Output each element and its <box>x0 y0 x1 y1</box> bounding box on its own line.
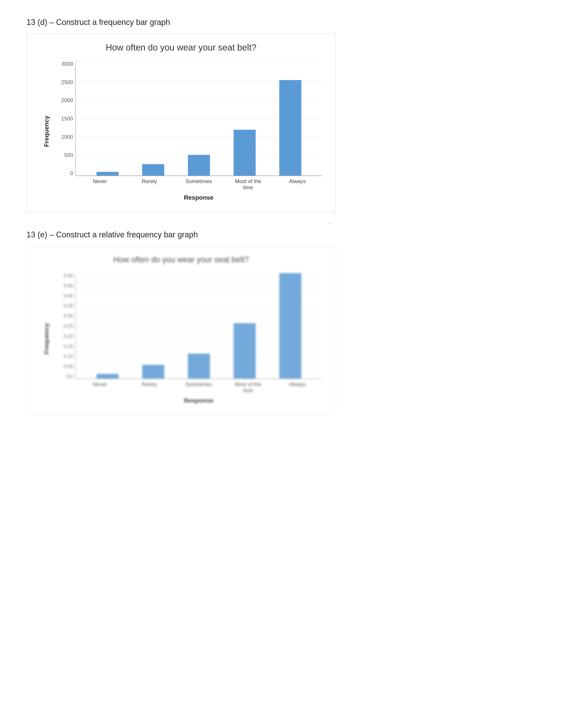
bar-d-sometimes <box>188 155 210 176</box>
y-tick-e-0.0: 0.0 <box>66 374 73 379</box>
dot-d: . <box>329 218 331 225</box>
x-label-e-sometimes: Sometimes <box>185 381 212 394</box>
y-tick-e-0.05: 0.05 <box>64 364 73 369</box>
bar-wrap-d-most-of-the-time <box>233 61 256 176</box>
y-tick-e-0.25: 0.25 <box>64 324 73 328</box>
y-tick-e-0.35: 0.35 <box>64 303 73 308</box>
y-tick-d-2000: 2000 <box>61 98 73 103</box>
chart-e-body: 0.00.050.100.150.200.250.300.350.400.450… <box>58 273 322 404</box>
y-tick-e-0.45: 0.45 <box>64 283 73 288</box>
bars-area-d <box>75 61 322 176</box>
bars-and-yaxis-e: 0.00.050.100.150.200.250.300.350.400.450… <box>58 273 322 379</box>
x-label-d-rarely: Rarely <box>136 178 162 191</box>
bar-e-rarely <box>142 365 164 379</box>
y-tick-d-1500: 1500 <box>61 116 73 121</box>
x-label-d-most-of-the-time: Most of the time <box>235 178 261 191</box>
bars-group-d <box>76 61 322 176</box>
bar-wrap-e-most-of-the-time <box>233 273 256 379</box>
section-d: 13 (d) – Construct a frequency bar graph… <box>26 18 537 212</box>
bar-wrap-d-sometimes <box>188 61 210 176</box>
bar-d-most-of-the-time <box>233 130 256 176</box>
y-tick-e-0.20: 0.20 <box>64 334 73 339</box>
section-d-title: 13 (d) – Construct a frequency bar graph <box>26 18 537 27</box>
bar-e-most-of-the-time <box>233 323 256 379</box>
x-label-e-most-of-the-time: Most of the time <box>235 381 261 394</box>
y-ticks-d: 050010001500200025003000 <box>58 61 75 176</box>
bar-wrap-e-rarely <box>142 273 164 379</box>
chart-d-area: Frequency 050010001500200025003000 <box>40 61 322 201</box>
bar-wrap-d-always <box>279 61 302 176</box>
bar-d-always <box>279 80 302 176</box>
bar-wrap-e-always <box>279 273 302 379</box>
chart-e-title: How often do you wear your seat belt? <box>40 255 322 264</box>
bars-and-yaxis-d: 050010001500200025003000 <box>58 61 322 176</box>
y-tick-e-0.40: 0.40 <box>64 293 73 298</box>
bar-d-rarely <box>142 164 164 176</box>
x-axis-label-d: Response <box>58 194 322 201</box>
x-label-d-never: Never <box>87 178 113 191</box>
bar-d-never <box>96 172 118 176</box>
x-label-d-always: Always <box>284 178 311 191</box>
x-label-e-never: Never <box>87 381 113 394</box>
y-tick-d-3000: 3000 <box>61 61 73 67</box>
chart-d-container: How often do you wear your seat belt? Fr… <box>26 34 336 212</box>
bar-wrap-d-never <box>96 61 118 176</box>
x-label-e-rarely: Rarely <box>136 381 162 394</box>
y-tick-d-2500: 2500 <box>61 80 73 85</box>
y-tick-d-500: 500 <box>64 152 73 158</box>
x-labels-e: NeverRarelySometimesMost of the timeAlwa… <box>58 379 322 394</box>
bar-e-always <box>279 273 302 379</box>
chart-e-container: How often do you wear your seat belt? Fr… <box>26 246 336 415</box>
chart-d-body: 050010001500200025003000 <box>58 61 322 201</box>
chart-d-title: How often do you wear your seat belt? <box>40 43 322 53</box>
y-tick-d-1000: 1000 <box>61 134 73 140</box>
bar-wrap-e-sometimes <box>188 273 210 379</box>
bar-e-sometimes <box>188 354 210 379</box>
y-axis-label-e: Frequency <box>40 273 53 404</box>
bar-e-never <box>96 374 118 379</box>
y-tick-e-0.30: 0.30 <box>64 313 73 318</box>
y-axis-label-d: Frequency <box>40 61 53 201</box>
bar-wrap-d-rarely <box>142 61 164 176</box>
bars-group-e <box>76 273 322 379</box>
bar-wrap-e-never <box>96 273 118 379</box>
y-tick-e-0.50: 0.50 <box>64 273 73 278</box>
section-e-title: 13 (e) – Construct a relative frequency … <box>26 230 537 239</box>
x-axis-label-e: Response <box>58 397 322 404</box>
section-e: 13 (e) – Construct a relative frequency … <box>26 230 537 415</box>
y-tick-d-0: 0 <box>70 171 73 176</box>
y-tick-e-0.10: 0.10 <box>64 354 73 359</box>
x-labels-d: NeverRarelySometimesMost of the timeAlwa… <box>58 176 322 191</box>
x-label-d-sometimes: Sometimes <box>185 178 212 191</box>
y-tick-e-0.15: 0.15 <box>64 344 73 349</box>
x-label-e-always: Always <box>284 381 311 394</box>
chart-e-area: Frequency 0.00.050.100.150.200.250.300.3… <box>40 273 322 404</box>
bars-area-e <box>75 273 322 379</box>
y-ticks-e: 0.00.050.100.150.200.250.300.350.400.450… <box>58 273 75 379</box>
